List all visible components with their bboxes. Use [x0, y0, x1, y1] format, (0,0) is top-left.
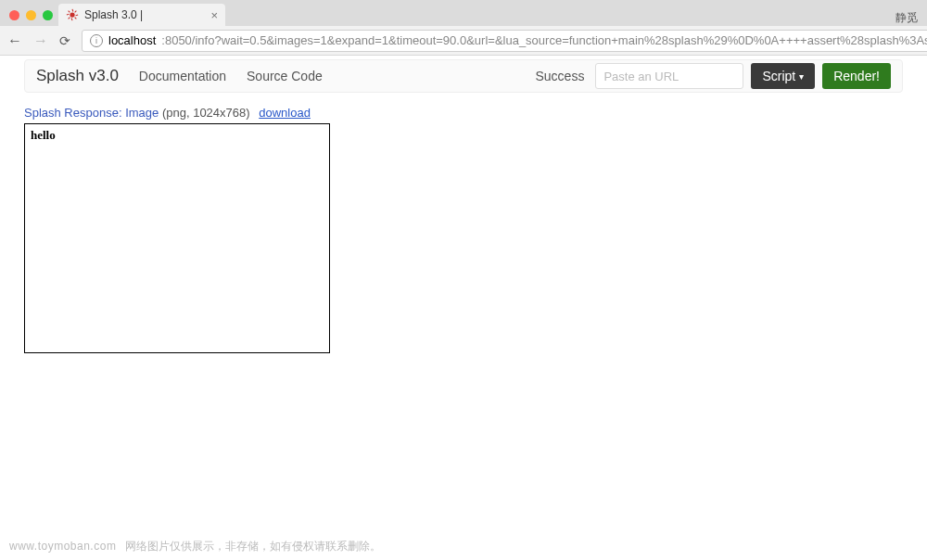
watermark-host: www.toymoban.com: [9, 540, 116, 553]
tab-title: Splash 3.0 |: [84, 8, 205, 21]
response-meta: (png, 1024x768): [162, 106, 250, 120]
watermark: www.toymoban.com 网络图片仅供展示，非存储，如有侵权请联系删除。: [9, 539, 381, 554]
address-bar[interactable]: i localhost:8050/info?wait=0.5&images=1&…: [82, 30, 927, 52]
site-info-icon[interactable]: i: [90, 34, 103, 47]
svg-point-0: [70, 12, 74, 17]
watermark-note: 网络图片仅供展示，非存储，如有侵权请联系删除。: [125, 540, 381, 553]
close-tab-icon[interactable]: ×: [210, 8, 218, 22]
rendered-image: hello: [24, 123, 330, 353]
response-type: Image: [125, 106, 159, 120]
response-header: Splash Response: Image (png, 1024x768) d…: [24, 106, 903, 120]
nav-link-documentation[interactable]: Documentation: [139, 69, 226, 83]
script-dropdown-button[interactable]: Script ▾: [751, 63, 815, 89]
rendered-text: hello: [31, 128, 324, 143]
browser-profile-label: 静觅: [895, 6, 927, 26]
download-link[interactable]: download: [259, 106, 311, 120]
url-host: localhost: [108, 33, 156, 47]
url-path: :8050/info?wait=0.5&images=1&expand=1&ti…: [161, 33, 927, 47]
nav-link-source-code[interactable]: Source Code: [247, 69, 323, 83]
navbar-right: Success Script ▾ Render!: [535, 63, 891, 89]
browser-tab[interactable]: Splash 3.0 | ×: [58, 4, 225, 26]
script-button-label: Script: [762, 69, 795, 83]
caret-down-icon: ▾: [799, 71, 804, 82]
content-area: Splash Response: Image (png, 1024x768) d…: [0, 93, 927, 366]
app-brand: Splash v3.0: [36, 67, 119, 85]
window-controls: [7, 10, 58, 26]
browser-tab-strip: Splash 3.0 | × 静觅: [0, 0, 927, 26]
minimize-window-button[interactable]: [26, 10, 36, 20]
status-badge: Success: [535, 69, 584, 83]
maximize-window-button[interactable]: [43, 10, 53, 20]
browser-toolbar: ← → ⟳ i localhost:8050/info?wait=0.5&ima…: [0, 26, 927, 56]
close-window-button[interactable]: [9, 10, 19, 20]
forward-button[interactable]: →: [33, 32, 48, 49]
render-button-label: Render!: [833, 69, 880, 83]
app-navbar: Splash v3.0 Documentation Source Code Su…: [24, 59, 903, 93]
render-button[interactable]: Render!: [822, 63, 891, 89]
back-button[interactable]: ←: [7, 32, 22, 49]
splash-favicon-icon: [66, 8, 79, 21]
reload-button[interactable]: ⟳: [59, 33, 70, 48]
response-prefix: Splash Response:: [24, 106, 122, 120]
url-input[interactable]: [595, 63, 743, 89]
